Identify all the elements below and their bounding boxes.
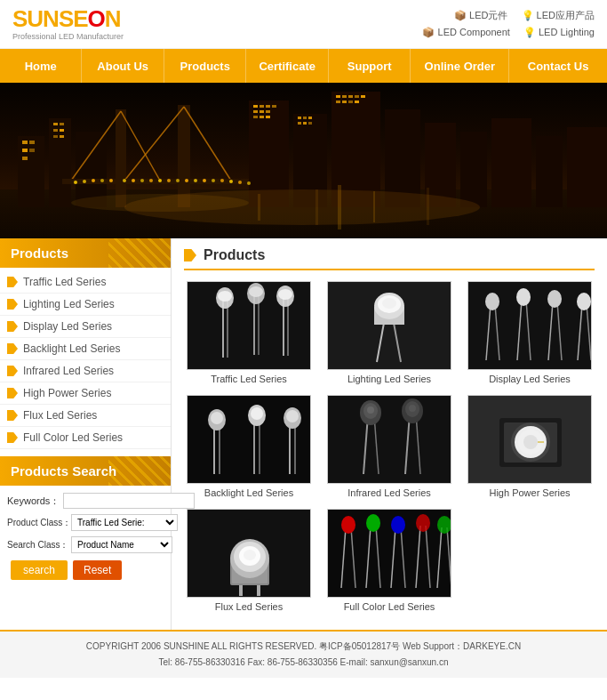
sidebar-item-label: Backlight Led Series (23, 342, 120, 355)
svg-point-68 (109, 179, 113, 182)
svg-point-174 (437, 516, 451, 534)
svg-rect-48 (336, 95, 340, 98)
product-cell-flux[interactable]: Flux Led Series (184, 509, 314, 612)
svg-point-70 (132, 179, 135, 182)
svg-rect-53 (336, 101, 340, 103)
product-label-backlight: Backlight Led Series (184, 487, 314, 498)
nav-item-support[interactable]: Support (329, 49, 411, 83)
sidebar-item-label: High Power Series (23, 387, 111, 399)
nav-item-order[interactable]: Online Order (411, 49, 509, 83)
sidebar: Products Traffic Led Series Lighting Led… (0, 238, 172, 630)
svg-point-80 (220, 179, 224, 182)
product-cell-backlight[interactable]: Backlight Led Series (184, 395, 314, 498)
svg-point-140 (409, 405, 416, 412)
svg-point-73 (158, 179, 162, 182)
footer-contact: Tel: 86-755-86330316 Fax: 86-755-8633035… (7, 655, 600, 671)
product-label-fullcolor: Full Color Led Series (324, 601, 454, 612)
product-class-select[interactable]: Traffic Led Serie: Lighting Led Series D… (71, 514, 178, 531)
header: SUNSEON Professional LED Manufacturer 📦 … (0, 0, 607, 49)
sidebar-item-highpower[interactable]: High Power Series (0, 382, 171, 405)
product-cell-display[interactable]: Display Led Series (465, 281, 595, 384)
svg-rect-29 (491, 118, 531, 207)
nav-item-home[interactable]: Home (0, 49, 82, 83)
arrow-icon (7, 410, 18, 421)
svg-point-69 (123, 179, 126, 182)
search-class-label: Search Class： (7, 539, 68, 551)
svg-point-75 (176, 179, 180, 182)
sidebar-item-traffic[interactable]: Traffic Led Series (0, 271, 171, 294)
svg-point-110 (516, 288, 531, 306)
svg-rect-2 (18, 136, 44, 207)
nav-item-about[interactable]: About Us (82, 49, 164, 83)
svg-point-82 (238, 181, 242, 184)
svg-rect-35 (272, 105, 276, 108)
sidebar-item-label: Flux Led Series (23, 409, 97, 422)
header-link-led-app[interactable]: LED应用产品 (537, 10, 595, 20)
product-cell-highpower[interactable]: High Power Series (465, 395, 595, 498)
svg-point-96 (278, 289, 292, 300)
nav-item-products[interactable]: Products (164, 49, 246, 83)
search-class-select[interactable]: Product Name Product Description (71, 536, 172, 553)
sidebar-item-infrared[interactable]: Infrared Led Series (0, 360, 171, 382)
sidebar-products-header: Products (0, 238, 171, 268)
reset-button[interactable]: Reset (73, 560, 122, 580)
svg-rect-39 (253, 116, 258, 118)
nav-bar: Home About Us Products Certificate Suppo… (0, 49, 607, 83)
svg-rect-56 (355, 101, 359, 103)
svg-point-74 (167, 179, 171, 182)
footer-copyright: COPYRIGHT 2006 SUNSHINE ALL RIGHTS RESER… (7, 639, 600, 655)
nav-item-contact[interactable]: Contact Us (509, 49, 607, 83)
svg-rect-51 (355, 95, 359, 98)
product-label-infrared: Infrared Led Series (324, 487, 454, 498)
sidebar-menu: Traffic Led Series Lighting Led Series D… (0, 268, 171, 453)
header-link-led-comp2[interactable]: LED Component (438, 27, 510, 37)
logo-area: SUNSEON Professional LED Manufacturer (12, 7, 124, 41)
arrow-icon (7, 388, 18, 398)
svg-rect-8 (29, 149, 35, 152)
sidebar-item-display[interactable]: Display Led Series (0, 316, 171, 338)
svg-rect-38 (266, 110, 270, 113)
svg-rect-130 (328, 396, 451, 484)
svg-rect-14 (53, 135, 58, 138)
svg-rect-33 (260, 105, 264, 108)
svg-point-129 (286, 410, 299, 422)
sidebar-item-label: Traffic Led Series (23, 276, 106, 288)
svg-point-116 (577, 293, 591, 310)
svg-rect-49 (342, 95, 347, 98)
product-cell-lighting[interactable]: Lighting Led Series (324, 281, 454, 384)
svg-rect-37 (260, 110, 264, 113)
svg-rect-36 (253, 110, 258, 113)
nav-item-certificate[interactable]: Certificate (246, 49, 328, 83)
svg-rect-158 (257, 585, 260, 596)
header-link-led-component[interactable]: LED元件 (469, 10, 507, 20)
logo[interactable]: SUNSEON (12, 7, 124, 30)
product-label-flux: Flux Led Series (184, 601, 314, 612)
sidebar-item-lighting[interactable]: Lighting Led Series (0, 294, 171, 316)
search-button[interactable]: search (11, 560, 68, 580)
svg-rect-27 (425, 123, 456, 207)
svg-rect-55 (348, 101, 353, 103)
keywords-row: Keywords： (7, 493, 164, 509)
svg-rect-46 (303, 122, 307, 125)
svg-rect-40 (260, 116, 264, 118)
product-cell-traffic[interactable]: Traffic Led Series (184, 281, 314, 384)
product-class-row: Product Class： Traffic Led Serie: Lighti… (7, 514, 164, 531)
header-link-led-lighting[interactable]: LED Lighting (539, 27, 595, 37)
svg-rect-5 (22, 141, 28, 144)
sidebar-item-backlight[interactable]: Backlight Led Series (0, 338, 171, 360)
product-image-backlight (187, 395, 311, 484)
svg-point-88 (218, 291, 232, 302)
svg-rect-28 (460, 132, 487, 207)
product-class-label: Product Class： (7, 517, 68, 529)
product-label-lighting: Lighting Led Series (324, 374, 454, 384)
product-cell-infrared[interactable]: Infrared Led Series (324, 395, 454, 498)
sidebar-item-fullcolor[interactable]: Full Color Led Series (0, 427, 171, 449)
sidebar-item-flux[interactable]: Flux Led Series (0, 405, 171, 427)
banner (0, 83, 607, 238)
svg-point-165 (366, 514, 380, 532)
svg-point-135 (367, 406, 374, 414)
product-cell-fullcolor[interactable]: Full Color Led Series (324, 509, 454, 612)
header-link-led-comp-icon2: 📦 (422, 27, 435, 37)
svg-rect-9 (22, 157, 28, 160)
svg-point-103 (382, 298, 396, 309)
